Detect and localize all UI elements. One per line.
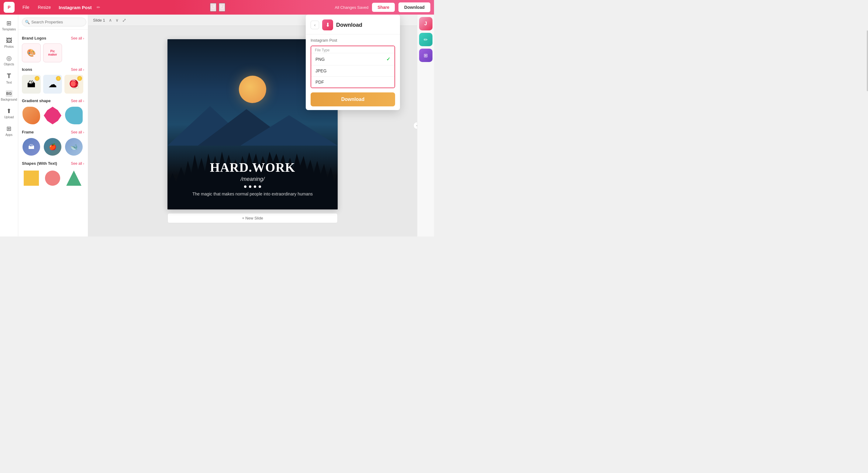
dot-2 [249, 185, 251, 188]
sidebar-item-photos[interactable]: 🖼 Photos [1, 35, 17, 51]
icons-see-all[interactable]: See all › [71, 67, 84, 72]
right-tool-2[interactable]: ✏ [419, 33, 432, 46]
file-type-dropdown[interactable]: File Type PNG ✓ JPEG PDF [311, 46, 395, 88]
brand-logos-title: Brand Logos [22, 36, 46, 40]
frame-see-all[interactable]: See all › [71, 130, 84, 135]
frame-item-2[interactable]: 🍎 [43, 138, 62, 156]
shape-item-square[interactable] [22, 169, 41, 187]
brand-logos-header: Brand Logos See all › [22, 36, 84, 40]
objects-label: Objects [4, 63, 14, 66]
navbar-title: Instagram Post [59, 5, 91, 10]
shape-item-circle[interactable] [43, 169, 62, 187]
gradient-grid [22, 106, 84, 125]
frame-item-3[interactable]: 🐋 [64, 138, 83, 156]
canvas-area: Slide 1 ∧ ∨ ⤢ [88, 14, 417, 237]
canvas-subtitle: /meaning/ [174, 176, 332, 182]
navbar-right: All Changes Saved Share Download [335, 2, 430, 12]
navbar: P File Resize Instagram Post ✏ ↺ ↻ All C… [0, 0, 434, 14]
png-label: PNG [315, 57, 324, 62]
brand-logo-picmaker-2[interactable]: Picmaker [43, 43, 62, 62]
upload-icon: ⬆ [6, 107, 11, 115]
app-logo[interactable]: P [4, 2, 14, 13]
shapes-grid [22, 169, 84, 187]
objects-icon: ◎ [6, 54, 11, 62]
sidebar-item-upload[interactable]: ⬆ Upload [1, 105, 17, 121]
file-type-jpeg[interactable]: JPEG [311, 65, 395, 76]
download-nav-button[interactable]: Download [398, 2, 430, 12]
gradient-see-all[interactable]: See all › [71, 99, 84, 103]
canvas-title: HARD.WORK [174, 160, 332, 175]
gradient-item-3[interactable] [64, 106, 83, 125]
shape-item-triangle[interactable] [64, 169, 83, 187]
pdf-label: PDF [315, 80, 324, 85]
frame-grid: 🏔 🍎 🐋 [22, 138, 84, 156]
sidebar-item-text[interactable]: T Text [1, 69, 17, 87]
slide-down-btn[interactable]: ∨ [114, 17, 120, 23]
sidebar-item-objects[interactable]: ◎ Objects [1, 52, 17, 68]
search-bar: 🔍 ⚙ [18, 14, 88, 30]
brand-logos-see-all[interactable]: See all › [71, 36, 84, 40]
download-panel: ‹ ⬇ Download Instagram Post File Type PN… [306, 14, 400, 110]
frame-header: Frame See all › [22, 130, 84, 135]
right-tool-3-icon: ⊞ [424, 53, 428, 58]
slide-label: Slide 1 [93, 18, 105, 23]
file-type-png[interactable]: PNG ✓ [311, 53, 395, 65]
gradient-shape-title: Gradient shape [22, 98, 51, 103]
download-panel-header: ‹ ⬇ Download [306, 14, 400, 34]
apps-icon: ⊞ [6, 125, 11, 132]
new-slide-button[interactable]: + New Slide [167, 213, 338, 223]
slide-up-btn[interactable]: ∧ [107, 17, 113, 23]
icons-header: Icons See all › [22, 67, 84, 72]
file-type-pdf[interactable]: PDF [311, 76, 395, 88]
navbar-file[interactable]: File [20, 3, 33, 11]
gradient-shape-header: Gradient shape See all › [22, 98, 84, 103]
sidebar-item-apps[interactable]: ⊞ Apps [1, 122, 17, 139]
right-tool-1[interactable]: J [419, 17, 432, 30]
shapes-text-header: Shapes (With Text) See all › [22, 161, 84, 166]
background-icon: BG [6, 90, 12, 97]
slide-expand-btn[interactable]: ⤢ [122, 17, 126, 23]
frame-title: Frame [22, 130, 34, 135]
navbar-resize[interactable]: Resize [35, 3, 54, 11]
sidebar-item-background[interactable]: BG Background [1, 88, 17, 104]
download-action-button[interactable]: Download [311, 92, 395, 107]
icon-item-3[interactable]: 🪀 ⭐ [64, 75, 83, 94]
apps-label: Apps [5, 133, 12, 137]
icon-item-1[interactable]: 🏔 ⭐ [22, 75, 41, 94]
shapes-text-title: Shapes (With Text) [22, 161, 57, 166]
jpeg-label: JPEG [315, 68, 327, 73]
icons-grid: 🏔 ⭐ ☁ ⭐ 🪀 ⭐ [22, 75, 84, 94]
saved-status: All Changes Saved [335, 5, 369, 10]
properties-content: Brand Logos See all › 🎨 Picmaker Icons S… [18, 30, 88, 237]
download-panel-title: Download [336, 22, 362, 28]
sidebar-item-templates[interactable]: ⊞ Templates [1, 17, 17, 33]
dot-4 [259, 185, 261, 188]
text-icon: T [7, 72, 11, 80]
shapes-see-all[interactable]: See all › [71, 161, 84, 166]
gradient-item-2[interactable] [43, 106, 62, 125]
brand-logos-grid: 🎨 Picmaker [22, 43, 84, 62]
icon-item-2[interactable]: ☁ ⭐ [43, 75, 62, 94]
frame-item-1[interactable]: 🏔 [22, 138, 41, 156]
redo-button[interactable]: ↻ [219, 3, 225, 11]
text-label: Text [6, 81, 11, 84]
undo-button[interactable]: ↺ [210, 3, 216, 11]
canvas-dots [174, 185, 332, 188]
icon-badge-1: ⭐ [35, 76, 39, 81]
right-tool-3[interactable]: ⊞ [419, 49, 432, 62]
photos-label: Photos [4, 45, 14, 48]
brand-logo-picmaker-1[interactable]: 🎨 [22, 43, 41, 62]
icons-title: Icons [22, 67, 32, 72]
templates-icon: ⊞ [6, 20, 11, 27]
gradient-item-1[interactable] [22, 106, 41, 125]
download-panel-back-button[interactable]: ‹ [311, 21, 319, 29]
edit-icon[interactable]: ✏ [97, 5, 100, 10]
right-sidebar: J ✏ ⊞ [417, 14, 434, 237]
download-panel-body: Instagram Post File Type PNG ✓ JPEG PDF … [306, 34, 400, 110]
navbar-menu: File Resize [20, 3, 54, 11]
search-input[interactable] [22, 18, 86, 26]
share-button[interactable]: Share [372, 3, 395, 12]
icon-badge-2: ⭐ [56, 76, 61, 81]
download-icon: ⬇ [322, 20, 333, 30]
right-tool-2-icon: ✏ [424, 37, 428, 42]
